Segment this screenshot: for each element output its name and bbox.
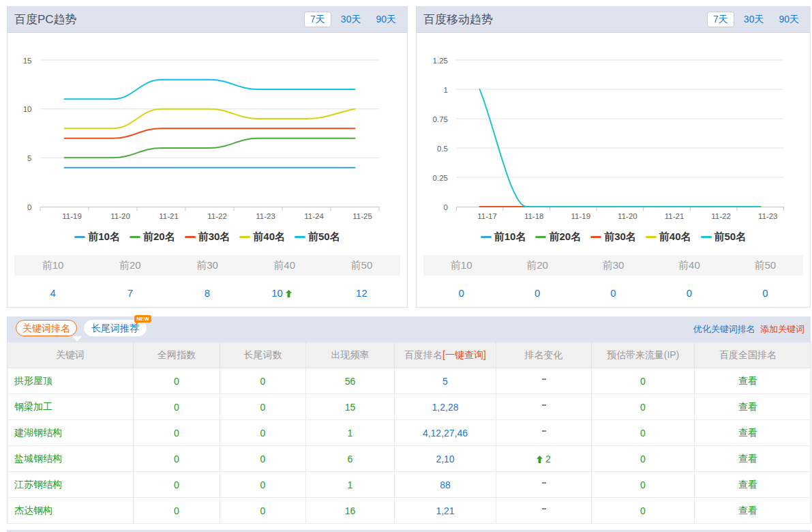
svg-text:11-21: 11-21	[665, 212, 685, 220]
svg-text:5: 5	[27, 154, 31, 162]
svg-text:11-24: 11-24	[304, 212, 324, 220]
svg-text:11-22: 11-22	[711, 212, 731, 220]
svg-text:0: 0	[444, 203, 448, 211]
svg-text:11-20: 11-20	[110, 212, 130, 220]
svg-text:11-21: 11-21	[159, 212, 179, 220]
svg-text:11-17: 11-17	[477, 212, 497, 220]
svg-text:11-23: 11-23	[256, 212, 275, 220]
svg-text:11-22: 11-22	[207, 212, 227, 220]
svg-text:11-23: 11-23	[758, 212, 778, 220]
svg-text:0: 0	[27, 203, 31, 211]
svg-text:11-20: 11-20	[618, 212, 637, 220]
svg-text:1.25: 1.25	[433, 57, 448, 65]
svg-text:11-19: 11-19	[62, 212, 82, 220]
svg-text:15: 15	[23, 57, 32, 65]
svg-text:0.75: 0.75	[433, 115, 448, 123]
svg-text:0.25: 0.25	[433, 174, 448, 182]
svg-text:1: 1	[444, 86, 448, 94]
svg-text:11-25: 11-25	[352, 212, 372, 220]
svg-text:11-19: 11-19	[571, 212, 591, 220]
svg-text:10: 10	[23, 105, 32, 113]
svg-text:0.5: 0.5	[437, 145, 448, 153]
svg-text:11-18: 11-18	[524, 212, 544, 220]
